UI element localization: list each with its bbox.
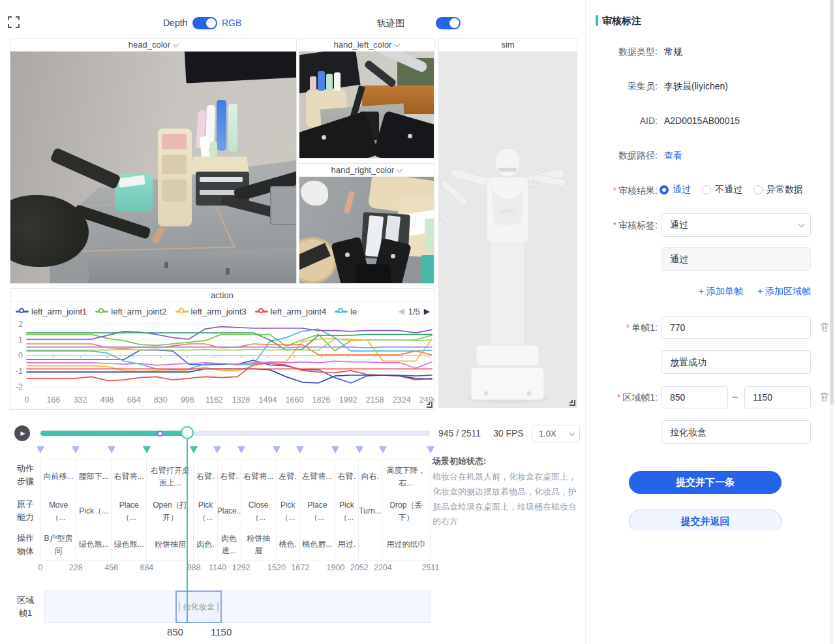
data-path-view-link[interactable]: 查看: [664, 150, 682, 162]
step-marker-icon[interactable]: [356, 446, 363, 453]
action-cell[interactable]: 右臂将...: [241, 459, 277, 494]
review-result-radio-1[interactable]: 不通过: [702, 184, 742, 196]
chart-series-line: [27, 335, 432, 351]
timeline-slider-handle[interactable]: [181, 426, 194, 439]
region-resize-handle-left[interactable]: [179, 602, 180, 611]
legend-item[interactable]: left_arm_joint4: [255, 307, 326, 316]
panel-scrollbar[interactable]: [830, 0, 834, 644]
object-cell[interactable]: [359, 529, 382, 560]
step-marker-icon[interactable]: [331, 446, 339, 453]
legend-next-icon[interactable]: ▶: [424, 307, 430, 316]
step-marker-icon[interactable]: [108, 446, 115, 453]
review-tag-select[interactable]: 通过: [661, 213, 811, 237]
region-frame-note-textarea[interactable]: 拉化妆盒: [661, 420, 811, 444]
skill-cell[interactable]: Turn...: [359, 494, 382, 529]
region-resize-handle-right[interactable]: [217, 602, 219, 611]
step-marker-icon[interactable]: [427, 446, 434, 453]
step-marker-icon[interactable]: [37, 446, 44, 453]
skill-cell[interactable]: Close（...: [241, 494, 277, 529]
action-cell[interactable]: 右臂将...: [112, 459, 147, 494]
action-steps-row: 向前移...腰部下...右臂将...右臂打开桌面上...右臂.右臂.右臂将...…: [40, 459, 431, 495]
object-cell[interactable]: 肉色透...: [218, 529, 241, 560]
playback-speed-select[interactable]: 1.0X: [532, 425, 580, 442]
resize-handle-icon[interactable]: [427, 402, 433, 408]
add-single-frame-link[interactable]: + 添加单帧: [699, 286, 743, 298]
radio-icon: [660, 185, 669, 194]
radio-label: 不通过: [715, 184, 742, 196]
resize-handle-icon[interactable]: [569, 400, 575, 406]
svg-text:996: 996: [181, 395, 194, 405]
single-frame-input[interactable]: [661, 316, 811, 339]
review-result-radio-0[interactable]: 通过: [660, 184, 691, 196]
action-cell[interactable]: 左臂将...: [300, 459, 335, 494]
panel-scrollbar-thumb[interactable]: [830, 0, 834, 405]
frame-tick-label: 456: [104, 563, 118, 572]
add-region-frame-link[interactable]: + 添加区域帧: [757, 286, 811, 298]
object-cell[interactable]: 用过.: [335, 529, 359, 560]
play-button[interactable]: ▶: [14, 425, 30, 441]
step-marker-icon[interactable]: [379, 446, 387, 453]
legend-item[interactable]: left_arm_joint2: [95, 307, 166, 316]
action-cell[interactable]: 高度下降，右...: [382, 459, 430, 494]
object-cell[interactable]: 肉色.: [194, 529, 217, 560]
hand-left-camera-header[interactable]: hand_left_color: [299, 38, 434, 52]
teal-box-edge: [421, 255, 434, 283]
region-start-input[interactable]: [661, 386, 728, 408]
object-cell[interactable]: B户型房间: [41, 529, 76, 560]
review-result-radio-2[interactable]: 异常数据: [753, 184, 803, 196]
legend-item[interactable]: left_arm_joint1: [16, 307, 87, 316]
sim-label: sim: [501, 40, 514, 50]
action-cell[interactable]: 右臂.: [218, 459, 241, 494]
action-cell[interactable]: 向右.: [359, 459, 382, 494]
object-cell[interactable]: 绿色瓶...: [112, 529, 147, 560]
review-comment-textarea[interactable]: 通过: [661, 247, 811, 271]
delete-single-frame-icon[interactable]: [819, 322, 830, 332]
skill-cell[interactable]: Place..: [218, 494, 241, 529]
legend-prev-icon[interactable]: ◀: [398, 307, 404, 316]
fullscreen-icon[interactable]: [8, 16, 20, 31]
skill-cell[interactable]: Pick（...: [194, 494, 217, 529]
hand-right-camera-header[interactable]: hand_right_color: [299, 164, 434, 177]
skill-cell[interactable]: Pick（...: [277, 494, 300, 529]
region-end-input[interactable]: [744, 386, 811, 408]
sim-viewport[interactable]: [439, 52, 577, 407]
region-track[interactable]: 拉化妆盒: [44, 590, 431, 623]
submit-return-button[interactable]: 提交并返回: [629, 510, 782, 530]
step-marker-icon[interactable]: [296, 446, 304, 453]
region-block[interactable]: 拉化妆盒: [175, 590, 222, 623]
trajectory-toggle[interactable]: [436, 17, 461, 29]
single-frame-dot-marker[interactable]: [157, 431, 163, 437]
skill-cell[interactable]: Move（...: [41, 494, 76, 529]
legend-item[interactable]: le: [335, 307, 357, 316]
action-cell[interactable]: 右臂.: [194, 459, 217, 494]
object-cell[interactable]: 绿色瓶...: [76, 529, 112, 560]
step-marker-icon[interactable]: [237, 446, 245, 453]
skill-cell[interactable]: Pick（...: [335, 494, 359, 529]
object-cell[interactable]: 用过的纸巾: [382, 529, 430, 560]
step-marker-icon[interactable]: [72, 446, 80, 453]
skill-cell[interactable]: Place（...: [300, 494, 335, 529]
svg-text:2158: 2158: [366, 395, 384, 405]
step-marker-icon[interactable]: [273, 446, 281, 453]
action-cell[interactable]: 向前移...: [41, 459, 76, 494]
delete-region-frame-icon[interactable]: [819, 391, 830, 402]
frame-tick-label: 1140: [209, 563, 226, 572]
action-cell[interactable]: 腰部下...: [76, 459, 112, 494]
skill-cell[interactable]: Place（...: [112, 494, 147, 529]
object-cell[interactable]: 桃色唇...: [300, 529, 335, 560]
single-frame-note-textarea[interactable]: 放置成功: [661, 350, 811, 374]
legend-item[interactable]: left_arm_joint3: [175, 307, 247, 316]
skill-cell[interactable]: Pick（...: [76, 494, 112, 529]
step-marker-icon[interactable]: [190, 446, 198, 453]
depth-rgb-toggle[interactable]: [192, 17, 217, 29]
joint-trajectory-chart[interactable]: 210-1-2016633249866483099611621328149416…: [10, 319, 434, 410]
action-cell[interactable]: 左臂.: [277, 459, 300, 494]
submit-next-button[interactable]: 提交并下一条: [629, 471, 782, 494]
action-cell[interactable]: 右臂.: [335, 459, 359, 494]
object-cell[interactable]: 粉饼抽屉: [241, 529, 277, 560]
step-marker-icon[interactable]: [213, 446, 221, 453]
head-camera-header[interactable]: head_color: [10, 38, 296, 52]
skill-cell[interactable]: Drop（丢下）: [382, 494, 430, 529]
object-cell[interactable]: 桃色.: [277, 529, 300, 560]
step-marker-icon[interactable]: [143, 446, 151, 453]
